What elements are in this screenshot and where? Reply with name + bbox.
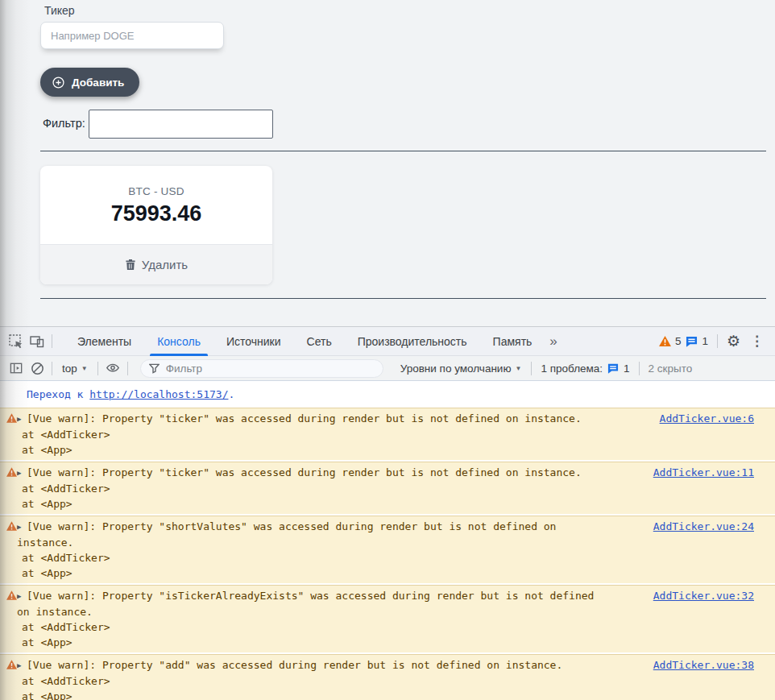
expand-arrow-icon[interactable]: ▶ (17, 589, 27, 604)
navigation-text: Переход к (27, 388, 89, 400)
tab-network[interactable]: Сеть (300, 327, 339, 356)
add-ticker-button[interactable]: Добавить (40, 68, 139, 97)
console-messages: Переход к http://localhost:5173/. ▶[Vue … (0, 381, 775, 700)
filter-input[interactable] (89, 110, 273, 139)
warning-text: [Vue warn]: Property "shortValutes" was … (27, 520, 556, 532)
ticker-card: BTC - USD 75993.46 Удалить (40, 166, 272, 284)
stack-frame: at <App> (17, 442, 775, 458)
divider (52, 334, 52, 348)
console-filter[interactable] (140, 359, 383, 378)
warnings-badge[interactable]: 5 (659, 335, 682, 347)
stack-frame: at <App> (17, 496, 775, 512)
plus-circle-icon (52, 76, 65, 89)
trash-icon (125, 259, 136, 271)
expand-arrow-icon[interactable]: ▶ (17, 520, 27, 535)
expand-arrow-icon[interactable]: ▶ (17, 466, 27, 481)
stack-frame: at <AddTicker> (17, 673, 775, 689)
clear-console-icon[interactable] (27, 358, 48, 379)
ticker-pair: BTC - USD (40, 185, 272, 197)
settings-gear-icon[interactable]: ⚙ (727, 333, 740, 349)
filter-label: Фильтр: (43, 117, 85, 130)
tab-sources[interactable]: Источники (219, 327, 288, 356)
divider (717, 334, 718, 348)
context-selector[interactable]: top ▼ (56, 362, 93, 375)
warning-triangle-icon (6, 660, 17, 700)
stack-frame: at <AddTicker> (17, 481, 775, 496)
divider (639, 362, 640, 375)
warning-text-wrap: instance. (17, 535, 775, 550)
messages-badge[interactable]: 1 (686, 335, 708, 347)
navigation-message: Переход к http://localhost:5173/. (0, 381, 775, 408)
source-link[interactable]: AddTicker.vue:32 (653, 589, 754, 603)
delete-ticker-button[interactable]: Удалить (40, 244, 272, 284)
more-tabs-icon[interactable]: » (545, 333, 562, 350)
warning-text: [Vue warn]: Property "ticker" was access… (27, 412, 582, 425)
console-sidebar-icon[interactable] (6, 358, 27, 379)
tabbar-right: 5 1 ⚙ ⋮ (659, 333, 775, 350)
ticker-price: 75993.46 (40, 201, 272, 226)
stack-frame: at <App> (17, 635, 775, 650)
chevron-down-icon: ▼ (81, 365, 88, 372)
divider (127, 362, 128, 375)
source-link[interactable]: AddTicker.vue:6 (660, 412, 754, 426)
warning-text-wrap: on instance. (17, 604, 775, 619)
chevron-down-icon: ▼ (516, 365, 522, 372)
more-options-icon[interactable]: ⋮ (745, 333, 769, 350)
stack-frame: at <AddTicker> (17, 550, 775, 565)
navigation-link[interactable]: http://localhost:5173/ (89, 388, 228, 400)
hidden-messages-label: 2 скрыто (644, 362, 698, 375)
devtools-tabbar: ЭлементыКонсольИсточникиСетьПроизводител… (0, 327, 775, 356)
tab-memory[interactable]: Память (486, 327, 540, 356)
source-link[interactable]: AddTicker.vue:24 (653, 520, 754, 534)
expand-arrow-icon[interactable]: ▶ (17, 412, 27, 427)
add-ticker-button-label: Добавить (72, 77, 124, 89)
stack-frame: at <AddTicker> (17, 427, 775, 442)
expand-arrow-icon[interactable]: ▶ (17, 658, 27, 673)
inspect-element-icon[interactable] (6, 331, 27, 352)
delete-ticker-label: Удалить (142, 258, 188, 271)
source-link[interactable]: AddTicker.vue:38 (653, 658, 754, 673)
messages-count: 1 (702, 335, 708, 347)
context-selector-label: top (62, 362, 77, 375)
navigation-text-suffix: . (228, 388, 234, 400)
divider (40, 298, 766, 299)
divider (40, 151, 766, 151)
ticker-label: Тикер (44, 4, 75, 17)
stack-frame: at <App> (17, 565, 775, 581)
console-warning: ▶[Vue warn]: Property "shortValutes" was… (0, 516, 775, 583)
ticker-input[interactable] (40, 22, 224, 49)
console-warning: ▶[Vue warn]: Property "ticker" was acces… (0, 462, 775, 514)
divider (531, 362, 532, 375)
warning-triangle-icon (6, 413, 17, 458)
warning-text: [Vue warn]: Property "isTickerAlreadyExi… (27, 590, 594, 602)
warning-text: [Vue warn]: Property "add" was accessed … (27, 659, 562, 671)
issue-bubble-icon (607, 363, 619, 374)
warning-triangle-icon (659, 336, 671, 346)
divider (52, 362, 52, 375)
console-warning: ▶[Vue warn]: Property "isTickerAlreadyEx… (0, 585, 775, 652)
warnings-count: 5 (675, 335, 682, 347)
live-expression-eye-icon[interactable] (102, 358, 123, 379)
issues-counter[interactable]: 1 проблема: 1 (536, 362, 634, 375)
ticker-card-body: BTC - USD 75993.46 (40, 166, 272, 244)
log-levels-label: Уровни по умолчанию (400, 362, 512, 375)
tab-console[interactable]: Консоль (150, 327, 208, 356)
crypto-app: Тикер Добавить Фильтр: BTC - USD 75993.4… (0, 0, 775, 326)
tab-elements[interactable]: Элементы (70, 327, 139, 356)
warning-triangle-icon (6, 521, 17, 581)
device-toolbar-icon[interactable] (27, 331, 48, 352)
issues-count: 1 (624, 362, 630, 375)
source-link[interactable]: AddTicker.vue:11 (653, 466, 754, 480)
console-filter-input[interactable] (166, 362, 375, 375)
console-warning: ▶[Vue warn]: Property "ticker" was acces… (0, 408, 775, 460)
funnel-icon (149, 363, 160, 374)
console-warning: ▶[Vue warn]: Property "add" was accessed… (0, 654, 775, 700)
devtools-tabs: ЭлементыКонсольИсточникиСетьПроизводител… (64, 327, 545, 356)
warning-triangle-icon (6, 590, 17, 650)
log-levels-selector[interactable]: Уровни по умолчанию ▼ (395, 362, 528, 375)
page: Тикер Добавить Фильтр: BTC - USD 75993.4… (0, 0, 775, 700)
warning-triangle-icon (6, 467, 17, 512)
issues-label: 1 проблема: (541, 362, 603, 375)
devtools-panel: ЭлементыКонсольИсточникиСетьПроизводител… (0, 326, 775, 700)
tab-performance[interactable]: Производительность (350, 327, 475, 356)
